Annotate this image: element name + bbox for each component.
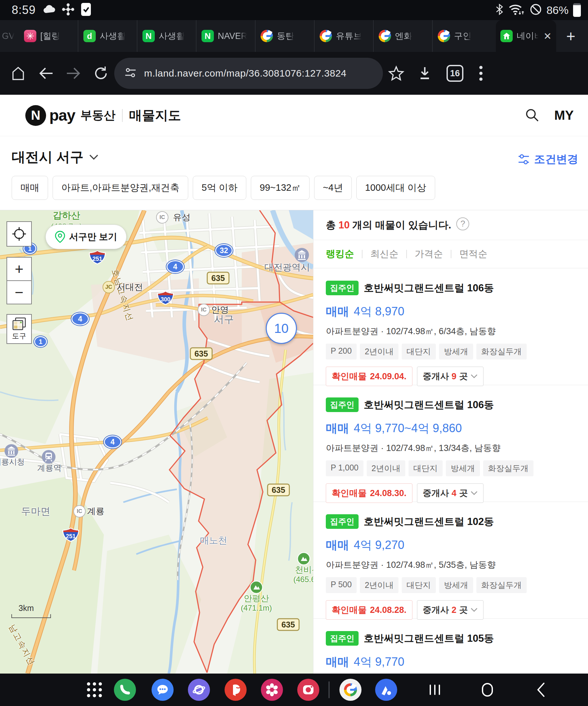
menu-kebab-icon[interactable] — [479, 65, 483, 82]
filter-chip-households[interactable]: 1000세대 이상 — [356, 176, 435, 200]
owner-badge: 집주인 — [326, 631, 359, 645]
tab-partial[interactable]: GV — [0, 20, 19, 52]
bookmark-star-icon[interactable] — [388, 66, 404, 81]
logo-pay-text[interactable]: pay — [49, 107, 75, 124]
app-drawer-icon[interactable] — [86, 681, 103, 698]
phone-app-icon[interactable] — [114, 679, 136, 701]
tag: 방세개 — [446, 460, 480, 476]
region-selector[interactable]: 대전시 서구 — [12, 148, 99, 166]
search-icon[interactable] — [524, 107, 539, 124]
close-tab-icon[interactable]: ✕ — [544, 31, 552, 42]
tag: 대단지 — [408, 460, 443, 476]
home-button[interactable] — [481, 682, 494, 697]
verified-listing-button[interactable]: 확인매물 24.08.28. — [326, 600, 413, 620]
home-icon[interactable] — [10, 65, 27, 82]
route-shield: 32 — [215, 244, 233, 257]
camera-app-icon[interactable] — [297, 679, 319, 701]
listing-title[interactable]: 호반써밋그랜드센트럴 105동 — [364, 632, 494, 645]
listing-price: 매매4억 9,270 — [326, 537, 575, 553]
page-title: 매물지도 — [129, 107, 181, 124]
tab-google-youtube[interactable]: 유튜브 — [314, 20, 373, 52]
tab-google-dongtan[interactable]: 동탄 — [255, 20, 314, 52]
map-scale: 3km — [11, 603, 51, 618]
messages-app-icon[interactable] — [152, 679, 173, 701]
map-label-mountain: 안평산 — [244, 593, 269, 604]
change-conditions-button[interactable]: 조건변경 — [517, 152, 578, 167]
tab-google-jobs[interactable]: 구인 — [432, 20, 491, 52]
route-shield: 4 — [71, 312, 89, 325]
listing-price: 매매4억 8,970 — [326, 304, 575, 320]
back-button[interactable] — [536, 682, 546, 698]
interchange-badge: IC — [73, 505, 86, 517]
tab-daum[interactable]: d 사생활 — [78, 20, 137, 52]
filter-chip-deal[interactable]: 매매 — [12, 176, 48, 200]
sort-newest[interactable]: 최신순 — [370, 247, 398, 261]
forward-icon[interactable] — [66, 66, 81, 80]
verified-listing-button[interactable]: 확인매물 24.09.04. — [326, 367, 413, 386]
owner-badge: 집주인 — [326, 514, 359, 529]
map-label-ic: 계룡 — [87, 506, 105, 517]
address-bar[interactable]: m.land.naver.com/map/36.3081076:127.3824 — [114, 58, 383, 89]
google-favicon — [320, 30, 332, 42]
red-app-icon[interactable] — [225, 679, 247, 701]
zoom-in-button[interactable]: + — [6, 257, 32, 281]
filter-chip-price[interactable]: 5억 이하 — [193, 176, 246, 200]
owner-badge: 집주인 — [326, 281, 359, 295]
listing-card[interactable]: 집주인 호반써밋그랜드센트럴 106동 매매4억 8,970 아파트분양권 · … — [313, 268, 588, 385]
naver-pay-logo[interactable]: N — [25, 105, 46, 126]
listing-title[interactable]: 호반써밋그랜드센트럴 106동 — [364, 398, 494, 412]
site-settings-icon[interactable] — [124, 67, 137, 80]
blue-a-app-icon[interactable] — [375, 679, 397, 701]
sort-price[interactable]: 가격순 — [415, 247, 443, 261]
samsung-internet-app-icon[interactable] — [188, 679, 210, 701]
tab-naver-land-active[interactable]: 네이버 ✕ — [496, 20, 556, 52]
logo-section-text[interactable]: 부동산 — [80, 107, 116, 123]
listing-card[interactable]: 집주인 호반써밋그랜드센트럴 105동 매매4억 9,770 — [313, 619, 588, 673]
gallery-app-icon[interactable] — [261, 679, 283, 701]
listing-card[interactable]: 집주인 호반써밋그랜드센트럴 106동 매매4억 9,770~4억 9,860 … — [313, 385, 588, 502]
new-tab-button[interactable]: + — [556, 20, 585, 52]
routines-icon — [62, 3, 75, 17]
sort-area[interactable]: 면적순 — [459, 247, 487, 261]
map-label-stream: 매노천 — [200, 534, 227, 547]
filter-chip-age[interactable]: ~4년 — [314, 176, 352, 200]
map-label-district: 서구 — [214, 313, 234, 326]
listing-card[interactable]: 집주인 호반써밋그랜드센트럴 102동 매매4억 9,270 아파트분양권 · … — [313, 502, 588, 619]
listing-tags: P 200 2년이내 대단지 방세개 화장실두개 — [326, 344, 575, 359]
google-app-icon[interactable] — [340, 679, 361, 701]
my-menu[interactable]: MY — [554, 108, 574, 123]
listing-cluster-marker[interactable]: 10 — [266, 313, 297, 344]
current-location-button[interactable] — [6, 221, 32, 246]
listing-price: 매매4억 9,770 — [326, 654, 575, 670]
map-pane[interactable]: 갑하산 (468.7m) IC 유성 32 대전광역시 호남고속지선 251 4… — [0, 210, 313, 673]
tab-google-yen[interactable]: 엔화 — [373, 20, 432, 52]
map-tools-button[interactable]: 도구 — [6, 314, 32, 344]
listing-title[interactable]: 호반써밋그랜드센트럴 102동 — [364, 515, 494, 528]
map-label-station: 계룡역 — [37, 463, 62, 473]
back-icon[interactable] — [38, 66, 54, 80]
agents-dropdown-button[interactable]: 중개사 2 곳 — [417, 600, 483, 620]
agents-dropdown-button[interactable]: 중개사 4 곳 — [417, 483, 483, 503]
tab-healing[interactable]: ✳ [힐링 — [19, 20, 78, 52]
dock-divider — [329, 681, 330, 698]
filter-chip-area[interactable]: 99~132㎡ — [251, 176, 310, 200]
tab-switcher-button[interactable]: 16 — [446, 65, 463, 82]
agents-dropdown-button[interactable]: 중개사 9 곳 — [417, 367, 483, 386]
google-favicon — [261, 30, 273, 42]
chevron-down-icon — [471, 374, 478, 379]
filter-chip-type[interactable]: 아파트,아파트분양권,재건축 — [52, 176, 188, 200]
sort-ranking[interactable]: 랭킹순 — [326, 247, 354, 261]
reload-icon[interactable] — [93, 65, 109, 81]
owner-badge: 집주인 — [326, 397, 359, 412]
download-icon[interactable] — [417, 65, 432, 81]
listing-info: 아파트분양권 · 102/74.98㎡, 6/34층, 남동향 — [326, 325, 575, 337]
zoom-out-button[interactable]: − — [6, 280, 32, 304]
help-icon[interactable]: ? — [456, 218, 469, 230]
show-district-only-button[interactable]: 서구만 보기 — [45, 225, 126, 249]
tab-naver-1[interactable]: N 사생활 — [137, 20, 196, 52]
recents-button[interactable] — [428, 683, 442, 697]
svg-text:251: 251 — [66, 533, 76, 540]
tab-naver-2[interactable]: N NAVER — [196, 20, 255, 52]
listing-title[interactable]: 호반써밋그랜드센트럴 106동 — [364, 281, 494, 295]
verified-listing-button[interactable]: 확인매물 24.08.30. — [326, 483, 413, 503]
